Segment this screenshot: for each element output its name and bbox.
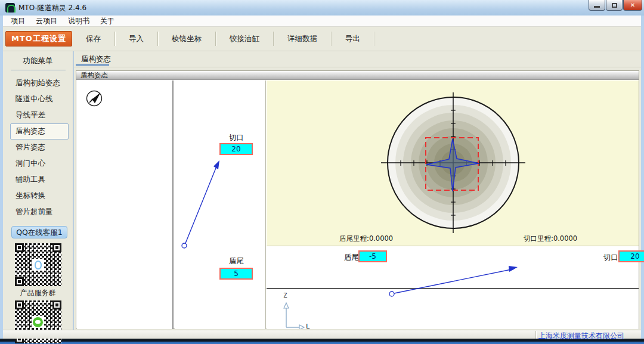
menu-project[interactable]: 项目 <box>5 16 30 27</box>
menu-manual[interactable]: 说明书 <box>63 16 95 27</box>
compass-icon <box>85 89 121 125</box>
wechat-icon <box>33 317 43 327</box>
pitch-trend-arrow <box>175 80 266 329</box>
plan-view-panel: 盾尾 -5 切口 20 Z L <box>267 246 639 329</box>
z-axis-label: Z <box>283 292 287 299</box>
sidebar-header-divider <box>11 70 66 70</box>
sidebar-item-auxiliary-tools[interactable]: 辅助工具 <box>10 172 69 188</box>
maximize-button[interactable] <box>606 0 623 11</box>
product-service-qr-code <box>15 243 61 286</box>
groupbox-header: 盾构姿态 <box>76 71 639 80</box>
toolbar: MTO工程设置 保存 导入 棱镜坐标 铰接油缸 详细数据 导出 <box>3 27 641 51</box>
qq-online-service-button[interactable]: QQ在线客服1 <box>11 226 67 238</box>
sidebar-item-coordinate-conversion[interactable]: 坐标转换 <box>10 188 69 204</box>
tail-value-field-plan[interactable]: -5 <box>358 250 387 262</box>
close-icon: ✕ <box>630 2 635 8</box>
title-bar: MTO-隧道精灵 2.4.6 ✕ <box>0 0 644 16</box>
tab-strip: 盾构姿态 <box>74 51 641 67</box>
prism-coordinates-button[interactable]: 棱镜坐标 <box>158 31 215 47</box>
import-button[interactable]: 导入 <box>115 31 157 47</box>
cut-mileage: 切口里程:0.0000 <box>524 234 577 243</box>
sidebar-item-traverse-adjustment[interactable]: 导线平差 <box>10 107 69 123</box>
menu-bar: 项目 云项目 说明书 关于 <box>3 16 641 27</box>
cut-label-plan: 切口 <box>603 253 618 263</box>
cross-section-panel: 盾尾里程:0.0000 切口里程:0.0000 <box>267 80 639 246</box>
export-button[interactable]: 导出 <box>332 31 374 47</box>
tail-mileage: 盾尾里程:0.0000 <box>339 234 393 243</box>
sidebar-item-segment-attitude[interactable]: 管片姿态 <box>10 140 69 156</box>
sidebar-item-tunnel-centerline[interactable]: 隧道中心线 <box>10 91 69 107</box>
compass-panel <box>77 80 174 329</box>
pitch-view-panel: 切口 20 盾尾 5 <box>175 80 266 329</box>
app-logo-icon <box>5 3 15 13</box>
cut-value-field[interactable]: 20 <box>219 143 253 155</box>
sidebar-item-segment-advance[interactable]: 管片超前量 <box>10 204 69 220</box>
window-title: MTO-隧道精灵 2.4.6 <box>18 3 86 13</box>
company-link[interactable]: 上海米度测量技术有限公司 <box>538 331 624 341</box>
cut-value-field-plan[interactable]: 20 <box>618 250 644 262</box>
qr-finder-icon <box>15 277 24 286</box>
tail-label: 盾尾 <box>229 256 244 266</box>
qr-finder-icon <box>15 243 24 252</box>
sidebar-item-shield-attitude[interactable]: 盾构姿态 <box>10 123 69 140</box>
maximize-icon <box>612 3 617 8</box>
qr-finder-icon <box>15 300 24 309</box>
save-button[interactable]: 保存 <box>72 31 114 47</box>
cut-label: 切口 <box>229 133 244 143</box>
detailed-data-button[interactable]: 详细数据 <box>274 31 331 47</box>
sidebar-header: 功能菜单 <box>3 51 73 66</box>
product-service-qr-label: 产品服务群 <box>3 288 73 298</box>
qr-finder-icon <box>52 300 61 309</box>
main-area: 盾构姿态 盾构姿态 切口 20 盾尾 5 <box>74 51 641 330</box>
plan-trend-arrow <box>267 246 639 329</box>
tail-value-field[interactable]: 5 <box>219 268 253 280</box>
qq-penguin-icon <box>35 261 42 269</box>
minimize-icon <box>594 6 600 8</box>
sidebar: 功能菜单 盾构初始姿态 隧道中心线 导线平差 盾构姿态 管片姿态 洞门中心 辅助… <box>3 51 73 330</box>
shield-attitude-groupbox: 盾构姿态 切口 20 盾尾 5 <box>76 70 639 329</box>
status-bar-separator <box>535 331 536 339</box>
articulated-cylinder-button[interactable]: 铰接油缸 <box>216 31 273 47</box>
shield-cross-section <box>267 80 639 246</box>
tail-label-plan: 盾尾 <box>344 253 359 263</box>
menu-about[interactable]: 关于 <box>95 16 120 27</box>
sidebar-item-shield-initial-attitude[interactable]: 盾构初始姿态 <box>10 75 69 91</box>
minimize-button[interactable] <box>589 0 605 11</box>
toolbar-separator <box>374 32 374 46</box>
sidebar-item-portal-center[interactable]: 洞门中心 <box>10 156 69 172</box>
window-frame-right <box>641 16 644 339</box>
mto-project-settings-button[interactable]: MTO工程设置 <box>5 31 72 47</box>
menu-cloud-project[interactable]: 云项目 <box>30 16 63 27</box>
qr-finder-icon <box>52 243 61 252</box>
status-bar: 上海米度测量技术有限公司 <box>3 330 641 339</box>
tab-shield-attitude[interactable]: 盾构姿态 <box>78 54 114 64</box>
close-button[interactable]: ✕ <box>623 0 642 11</box>
active-tab-indicator <box>76 64 109 66</box>
